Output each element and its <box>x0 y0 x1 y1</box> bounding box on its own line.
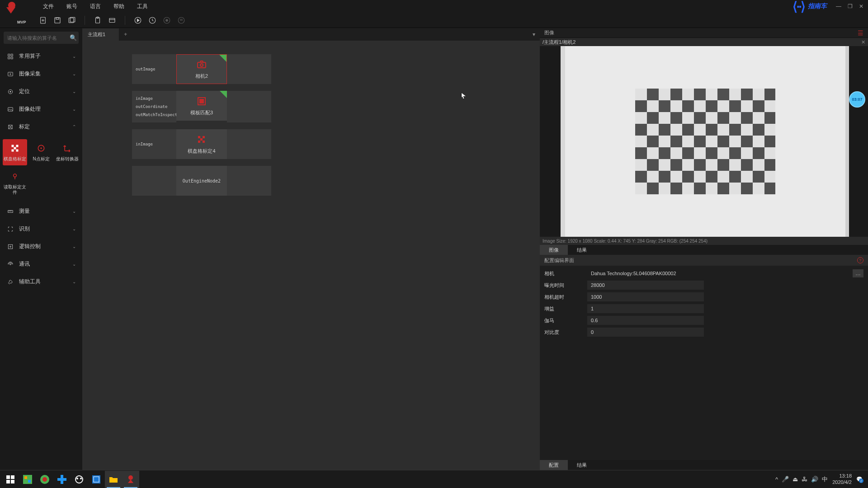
npoint-icon <box>36 143 47 154</box>
tb-app1[interactable] <box>19 471 36 488</box>
record-icon[interactable] <box>162 16 171 25</box>
tray-mic-icon[interactable]: 🎤 <box>782 476 789 483</box>
tray-up-icon[interactable]: ^ <box>775 476 778 483</box>
sidebar-cat-common[interactable]: 常用算子 ⌄ <box>0 47 82 65</box>
tb-app4[interactable] <box>71 471 88 488</box>
menu-tools[interactable]: 工具 <box>137 3 148 10</box>
check-icon <box>219 55 226 62</box>
clock[interactable]: 13:18 2020/4/2 <box>832 473 852 485</box>
tab-result[interactable]: 结果 <box>568 245 596 255</box>
sidebar-cat-aux[interactable]: 辅助工具 ⌄ <box>0 273 82 291</box>
toolbar <box>0 13 868 28</box>
tb-mvp-app[interactable] <box>122 471 139 488</box>
menu-file[interactable]: 文件 <box>43 3 54 10</box>
new-file-icon[interactable] <box>38 16 47 25</box>
sidebar-cat-measure[interactable]: 测量 ⌄ <box>0 202 82 220</box>
image-viewer[interactable]: 03:07 <box>540 46 868 237</box>
stop-icon[interactable] <box>177 16 186 25</box>
logic-icon <box>6 244 14 250</box>
cat-label: 识别 <box>19 225 72 233</box>
timeout-input[interactable] <box>587 292 704 301</box>
svg-point-32 <box>40 147 42 149</box>
clipboard-icon[interactable] <box>93 16 102 25</box>
gain-input[interactable] <box>587 304 704 313</box>
search-icon[interactable]: 🔍 <box>70 34 77 41</box>
save-icon[interactable] <box>53 16 62 25</box>
sidebar-cat-imageproc[interactable]: 图像处理 ⌄ <box>0 100 82 118</box>
svg-point-58 <box>75 476 83 483</box>
close-icon[interactable]: ✕ <box>861 39 865 45</box>
tabs-dropdown[interactable]: ▾ <box>528 29 540 39</box>
check-icon <box>220 91 227 98</box>
node-label: 棋盘格标定4 <box>188 148 215 155</box>
node-port[interactable]: outImage <box>136 65 173 73</box>
contrast-input[interactable] <box>587 328 704 337</box>
breadcrumb: /主流程1/相机2 ✕ <box>540 38 868 46</box>
broadcast-icon <box>6 261 14 267</box>
loop-icon[interactable] <box>148 16 157 25</box>
flow-node-template[interactable]: inImage outCoordinate outMatchToInspect … <box>132 91 490 122</box>
tb-app2[interactable] <box>36 471 53 488</box>
svg-rect-18 <box>11 54 13 56</box>
start-button[interactable] <box>2 471 19 488</box>
sidebar-cat-logic[interactable]: 逻辑控制 ⌄ <box>0 238 82 255</box>
tool-coord-convert[interactable]: 坐标转换器 <box>55 139 80 165</box>
tool-checkerboard[interactable]: 棋盘格标定 <box>3 139 27 165</box>
exposure-input[interactable] <box>587 281 704 290</box>
gamma-input[interactable] <box>587 316 704 325</box>
svg-point-63 <box>128 475 133 480</box>
layout-icon[interactable] <box>108 16 117 25</box>
sidebar-cat-comm[interactable]: 通讯 ⌄ <box>0 255 82 273</box>
save-as-icon[interactable] <box>67 16 76 25</box>
svg-rect-17 <box>8 54 10 56</box>
svg-rect-26 <box>12 145 14 147</box>
menu-icon[interactable]: ☰ <box>858 29 863 37</box>
menu-account[interactable]: 账号 <box>66 3 77 10</box>
flow-node-output[interactable]: OutEngineNode2 <box>132 166 490 196</box>
svg-point-41 <box>200 64 203 66</box>
tb-app5[interactable] <box>88 471 105 488</box>
tray-ime[interactable]: 中 <box>822 475 828 483</box>
add-tab-button[interactable]: + <box>119 29 132 39</box>
tray-volume-icon[interactable]: 🔊 <box>811 476 818 483</box>
svg-rect-44 <box>198 136 200 138</box>
flow-node-camera[interactable]: outImage 相机2 <box>132 54 490 84</box>
search-box[interactable]: 🔍 <box>4 32 79 44</box>
chevron-up-icon: ⌃ <box>72 124 76 129</box>
brand: ⟨··⟩ 指南车 <box>793 0 827 14</box>
sidebar-cat-recognize[interactable]: 识别 ⌄ <box>0 220 82 238</box>
tool-read-calib[interactable]: 读取标定文件 <box>3 167 27 199</box>
sidebar-cat-locate[interactable]: 定位 ⌄ <box>0 83 82 100</box>
prop-exposure: 曝光时间 <box>544 279 863 291</box>
chevron-down-icon: ⌄ <box>72 244 76 249</box>
tool-npoint[interactable]: N点标定 <box>29 139 53 165</box>
close-button[interactable]: ✕ <box>859 3 863 9</box>
tb-app3[interactable] <box>53 471 71 488</box>
notification-icon[interactable]: 💬2 <box>856 476 863 482</box>
menu-language[interactable]: 语言 <box>90 3 101 10</box>
flow-tab[interactable]: 主流程1 <box>82 28 119 41</box>
flow-node-checker[interactable]: inImage 棋盘格标定4 <box>132 129 490 159</box>
svg-rect-40 <box>198 62 206 68</box>
maximize-button[interactable]: ❐ <box>848 3 853 9</box>
flow-canvas[interactable]: outImage 相机2 inImage outCoordinate outMa… <box>82 41 540 470</box>
svg-point-60 <box>80 478 82 479</box>
tab-config[interactable]: 配置 <box>540 460 568 470</box>
menu-help[interactable]: 帮助 <box>113 3 124 10</box>
tray-usb-icon[interactable]: ⏏ <box>793 476 798 483</box>
node-port[interactable]: inImage <box>136 140 173 148</box>
sidebar-cat-calibrate[interactable]: 标定 ⌃ <box>0 118 82 136</box>
tab-image[interactable]: 图像 <box>540 245 568 255</box>
node-port[interactable]: inImage <box>136 94 173 103</box>
play-icon[interactable] <box>133 16 142 25</box>
tray-network-icon[interactable]: 🖧 <box>802 476 807 483</box>
node-port[interactable]: outCoordinate <box>136 103 173 111</box>
more-button[interactable]: … <box>853 269 863 277</box>
search-input[interactable] <box>7 35 70 41</box>
sidebar-cat-capture[interactable]: 图像采集 ⌄ <box>0 65 82 83</box>
minimize-button[interactable]: — <box>836 3 841 9</box>
tab-result2[interactable]: 结果 <box>568 460 596 470</box>
help-icon[interactable]: ? <box>857 257 863 263</box>
node-port[interactable]: outMatchToInspect <box>136 111 173 119</box>
tb-explorer[interactable] <box>105 471 122 488</box>
